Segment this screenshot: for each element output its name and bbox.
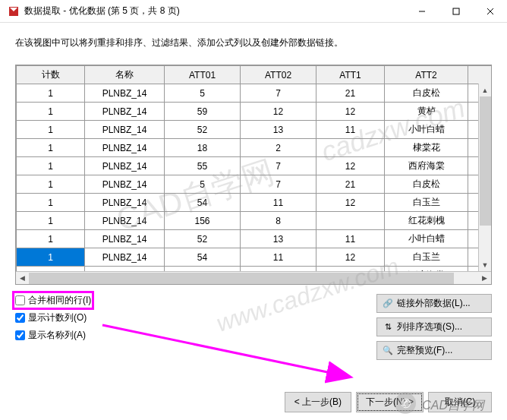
table-cell[interactable]: 52 xyxy=(165,121,241,139)
table-cell[interactable]: 1 xyxy=(17,103,85,121)
table-cell[interactable]: 7 xyxy=(241,157,316,175)
table-cell[interactable]: 1 xyxy=(17,139,85,157)
scroll-right-arrow[interactable]: ▶ xyxy=(478,272,491,285)
show-count-checkbox[interactable]: 显示计数列(O) xyxy=(15,311,91,324)
prev-button[interactable]: < 上一步(B) xyxy=(285,392,351,412)
horizontal-scrollbar[interactable]: ◀ ▶ xyxy=(16,271,491,284)
table-row[interactable]: 1PLNBZ_145721白皮松 xyxy=(17,175,492,194)
column-header[interactable]: ATT2 xyxy=(385,66,468,84)
table-cell[interactable]: 1 xyxy=(17,230,85,248)
table-cell[interactable] xyxy=(316,139,385,157)
table-cell[interactable]: 12 xyxy=(316,103,385,121)
data-table[interactable]: 计数名称ATT01ATT02ATT1ATT2 1PLNBZ_145721白皮松1… xyxy=(16,65,491,271)
table-cell[interactable]: 1 xyxy=(17,121,85,139)
column-sort-options-button[interactable]: ⇅列排序选项(S)... xyxy=(376,317,492,336)
table-cell[interactable]: 18 xyxy=(165,139,241,157)
table-cell[interactable]: 11 xyxy=(241,194,316,212)
table-cell[interactable]: 白皮松 xyxy=(385,175,468,194)
table-cell[interactable]: 12 xyxy=(241,103,316,121)
table-cell[interactable]: PLNBZ_14 xyxy=(85,175,165,194)
options-panel: 合并相同的行(I) 显示计数列(O) 显示名称列(A) 🔗链接外部数据(L)..… xyxy=(15,294,492,360)
table-cell[interactable]: 1 xyxy=(17,175,85,194)
table-cell[interactable]: PLNBZ_14 xyxy=(85,139,165,157)
table-cell[interactable]: 白玉兰 xyxy=(385,248,468,267)
table-cell[interactable]: 小叶白蜡 xyxy=(385,121,468,139)
table-cell[interactable]: 11 xyxy=(316,230,385,248)
merge-rows-checkbox[interactable]: 合并相同的行(I) xyxy=(15,294,91,307)
table-cell[interactable]: 1 xyxy=(17,248,85,267)
table-cell[interactable] xyxy=(316,212,385,230)
table-cell[interactable]: PLNBZ_14 xyxy=(85,230,165,248)
table-cell[interactable]: 白皮松 xyxy=(385,84,468,103)
table-row[interactable]: 1PLNBZ_14521311小叶白蜡H xyxy=(17,121,492,139)
column-header[interactable]: 名称 xyxy=(85,66,165,84)
table-cell[interactable]: 小叶白蜡 xyxy=(385,230,468,248)
table-cell[interactable]: 156 xyxy=(165,212,241,230)
table-cell[interactable]: 55 xyxy=(165,157,241,175)
link-external-data-button[interactable]: 🔗链接外部数据(L)... xyxy=(376,294,492,313)
svg-rect-3 xyxy=(453,8,459,14)
table-row[interactable]: 1PLNBZ_145721白皮松 xyxy=(17,84,492,103)
table-cell[interactable]: 西府海棠 xyxy=(385,157,468,175)
table-cell[interactable]: 白玉兰 xyxy=(385,194,468,212)
table-cell[interactable]: 11 xyxy=(316,121,385,139)
cancel-button[interactable]: 取消(C) xyxy=(428,392,492,412)
table-cell[interactable]: 54 xyxy=(165,194,241,212)
table-cell[interactable]: 7 xyxy=(241,84,316,103)
column-header[interactable]: ATT02 xyxy=(241,66,316,84)
table-cell[interactable]: 5 xyxy=(165,175,241,194)
table-cell[interactable]: PLNBZ_14 xyxy=(85,248,165,267)
table-cell[interactable]: 1 xyxy=(17,194,85,212)
scroll-up-arrow[interactable]: ▲ xyxy=(479,84,491,96)
table-cell[interactable]: 54 xyxy=(165,248,241,267)
table-cell[interactable]: 13 xyxy=(241,230,316,248)
scroll-thumb-horizontal[interactable] xyxy=(29,273,454,284)
table-cell[interactable]: PLNBZ_14 xyxy=(85,84,165,103)
table-cell[interactable]: 1 xyxy=(17,84,85,103)
maximize-button[interactable] xyxy=(439,1,473,22)
column-header[interactable]: ATT1 xyxy=(316,66,385,84)
minimize-button[interactable] xyxy=(405,1,439,22)
table-row[interactable]: 1PLNBZ_141568红花刺槐H xyxy=(17,212,492,230)
table-cell[interactable]: 59 xyxy=(165,103,241,121)
column-header[interactable]: ATT01 xyxy=(165,66,241,84)
table-cell[interactable]: 12 xyxy=(316,194,385,212)
full-preview-button[interactable]: 🔍完整预览(F)... xyxy=(376,341,492,360)
table-cell[interactable]: 12 xyxy=(316,157,385,175)
table-row[interactable]: 1PLNBZ_14541112白玉兰 xyxy=(17,194,492,212)
table-cell[interactable]: 红花刺槐 xyxy=(385,212,468,230)
table-cell[interactable]: 棣棠花 xyxy=(385,139,468,157)
vertical-scrollbar[interactable]: ▲ ▼ xyxy=(478,84,491,271)
table-cell[interactable]: PLNBZ_14 xyxy=(85,121,165,139)
table-cell[interactable]: PLNBZ_14 xyxy=(85,157,165,175)
scroll-thumb-vertical[interactable] xyxy=(480,96,491,226)
table-cell[interactable]: PLNBZ_14 xyxy=(85,212,165,230)
table-cell[interactable]: 12 xyxy=(316,248,385,267)
table-cell[interactable]: 1 xyxy=(17,212,85,230)
table-cell[interactable]: 1 xyxy=(17,157,85,175)
column-header[interactable] xyxy=(468,66,492,84)
table-cell[interactable]: 黄栌 xyxy=(385,103,468,121)
table-cell[interactable]: 21 xyxy=(316,84,385,103)
table-cell[interactable]: 2 xyxy=(241,139,316,157)
scroll-left-arrow[interactable]: ◀ xyxy=(16,272,29,285)
table-cell[interactable]: 8 xyxy=(241,212,316,230)
table-cell[interactable]: 11 xyxy=(241,248,316,267)
table-row[interactable]: 1PLNBZ_14182棣棠花H xyxy=(17,139,492,157)
table-cell[interactable]: PLNBZ_14 xyxy=(85,103,165,121)
column-header[interactable]: 计数 xyxy=(17,66,85,84)
scroll-down-arrow[interactable]: ▼ xyxy=(479,258,491,271)
table-cell[interactable]: 5 xyxy=(165,84,241,103)
table-cell[interactable]: 52 xyxy=(165,230,241,248)
table-row[interactable]: 1PLNBZ_14591212黄栌 xyxy=(17,103,492,121)
table-row[interactable]: 1PLNBZ_14541112白玉兰 xyxy=(17,248,492,267)
table-row[interactable]: 1PLNBZ_1455712西府海棠H xyxy=(17,157,492,175)
table-row[interactable]: 1PLNBZ_14521311小叶白蜡H xyxy=(17,230,492,248)
table-cell[interactable]: 7 xyxy=(241,175,316,194)
table-cell[interactable]: 13 xyxy=(241,121,316,139)
show-name-checkbox[interactable]: 显示名称列(A) xyxy=(15,329,91,342)
table-cell[interactable]: 21 xyxy=(316,175,385,194)
data-grid[interactable]: 计数名称ATT01ATT02ATT1ATT2 1PLNBZ_145721白皮松1… xyxy=(15,65,492,285)
table-cell[interactable]: PLNBZ_14 xyxy=(85,194,165,212)
close-button[interactable] xyxy=(473,1,507,22)
